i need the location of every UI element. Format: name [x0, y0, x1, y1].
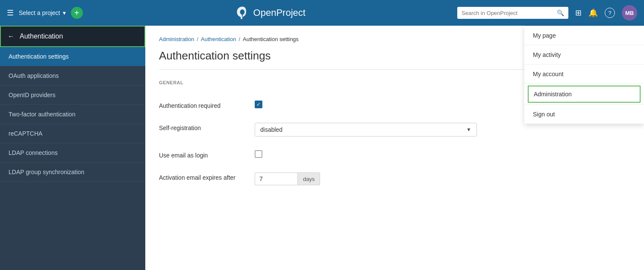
- dropdown-menu-list: My page My activity My account Administr…: [524, 26, 644, 124]
- dropdown-link-my-page[interactable]: My page: [524, 26, 644, 45]
- search-icon: 🔍: [557, 9, 564, 16]
- sidebar-link-ldap-group-sync[interactable]: LDAP group synchronization: [0, 163, 145, 181]
- search-input[interactable]: [462, 10, 554, 16]
- search-box[interactable]: 🔍: [457, 7, 568, 19]
- sidebar-header[interactable]: ← Authentication: [0, 26, 145, 47]
- breadcrumb-current: Authentication settings: [243, 36, 299, 42]
- activation-email-control: days: [255, 172, 477, 185]
- auth-required-label: Authentication required: [159, 101, 244, 109]
- user-dropdown-menu: My page My activity My account Administr…: [524, 26, 644, 124]
- hamburger-icon[interactable]: ☰: [7, 8, 14, 18]
- self-registration-select[interactable]: disabled ▼: [255, 123, 477, 136]
- self-registration-control: disabled ▼: [255, 123, 477, 136]
- form-row-activation-email: Activation email expires after days: [159, 166, 630, 192]
- auth-required-control: ✓: [255, 101, 477, 108]
- auth-required-checkbox[interactable]: ✓: [255, 101, 262, 108]
- sidebar-link-ldap-connections[interactable]: LDAP connections: [0, 143, 145, 162]
- self-registration-value: disabled: [260, 126, 282, 133]
- sidebar-item-oauth-applications[interactable]: OAuth applications: [0, 66, 145, 86]
- checkmark-icon: ✓: [256, 101, 261, 107]
- sidebar-title: Authentication: [20, 33, 63, 40]
- sidebar-link-authentication-settings[interactable]: Authentication settings: [0, 47, 145, 66]
- self-registration-label: Self-registration: [159, 123, 244, 131]
- dropdown-link-my-account[interactable]: My account: [524, 65, 644, 83]
- dropdown-item-my-page[interactable]: My page: [524, 26, 644, 45]
- sidebar-link-recaptcha[interactable]: reCAPTCHA: [0, 124, 145, 143]
- sidebar-item-recaptcha[interactable]: reCAPTCHA: [0, 124, 145, 143]
- back-arrow-icon: ←: [8, 33, 15, 40]
- sidebar-item-two-factor-auth[interactable]: Two-factor authentication: [0, 105, 145, 124]
- dropdown-link-my-activity[interactable]: My activity: [524, 45, 644, 64]
- breadcrumb-separator-1: /: [197, 36, 198, 42]
- sidebar-item-ldap-group-sync[interactable]: LDAP group synchronization: [0, 163, 145, 182]
- use-email-control: [255, 150, 477, 158]
- dropdown-item-my-account[interactable]: My account: [524, 65, 644, 84]
- project-selector[interactable]: Select a project ▾: [19, 9, 66, 16]
- select-arrow-icon: ▼: [466, 127, 471, 133]
- avatar[interactable]: MB: [622, 5, 637, 21]
- sidebar: ← Authentication Authentication settings…: [0, 26, 145, 270]
- sidebar-item-openid-providers[interactable]: OpenID providers: [0, 86, 145, 105]
- sidebar-item-authentication-settings[interactable]: Authentication settings: [0, 47, 145, 66]
- notification-icon[interactable]: 🔔: [588, 8, 598, 18]
- project-selector-arrow-icon: ▾: [63, 9, 66, 16]
- top-navbar: ☰ Select a project ▾ + OpenProject 🔍 ⊞ 🔔…: [0, 0, 644, 26]
- dropdown-item-administration[interactable]: Administration: [524, 86, 644, 105]
- project-selector-label: Select a project: [19, 9, 60, 16]
- logo: OpenProject: [235, 5, 306, 21]
- navbar-right: 🔍 ⊞ 🔔 ? MB: [457, 5, 637, 21]
- breadcrumb-separator-2: /: [238, 36, 240, 42]
- sidebar-item-ldap-connections[interactable]: LDAP connections: [0, 143, 145, 163]
- use-email-checkbox[interactable]: [255, 150, 262, 158]
- dropdown-link-administration[interactable]: Administration: [528, 86, 641, 103]
- form-row-use-email: Use email as login: [159, 143, 630, 166]
- navbar-center: OpenProject: [83, 5, 458, 21]
- breadcrumb-authentication[interactable]: Authentication: [201, 36, 236, 42]
- logo-text: OpenProject: [253, 7, 306, 18]
- use-email-label: Use email as login: [159, 150, 244, 159]
- grid-icon[interactable]: ⊞: [575, 8, 582, 18]
- sidebar-link-openid-providers[interactable]: OpenID providers: [0, 86, 145, 104]
- activation-email-input-group: days: [255, 172, 340, 185]
- breadcrumb-administration[interactable]: Administration: [159, 36, 194, 42]
- sidebar-link-two-factor-auth[interactable]: Two-factor authentication: [0, 105, 145, 124]
- navbar-left: ☰ Select a project ▾ +: [7, 7, 83, 19]
- activation-email-days-input[interactable]: [255, 172, 297, 185]
- sidebar-link-oauth-applications[interactable]: OAuth applications: [0, 66, 145, 85]
- sidebar-nav: Authentication settings OAuth applicatio…: [0, 47, 145, 182]
- dropdown-item-sign-out[interactable]: Sign out: [524, 105, 644, 124]
- help-icon[interactable]: ?: [605, 8, 615, 18]
- logo-icon: [235, 5, 250, 21]
- add-project-button[interactable]: +: [71, 7, 83, 19]
- activation-email-days-suffix: days: [297, 172, 320, 185]
- dropdown-link-sign-out[interactable]: Sign out: [524, 105, 644, 124]
- activation-email-label: Activation email expires after: [159, 172, 244, 181]
- dropdown-item-my-activity[interactable]: My activity: [524, 45, 644, 65]
